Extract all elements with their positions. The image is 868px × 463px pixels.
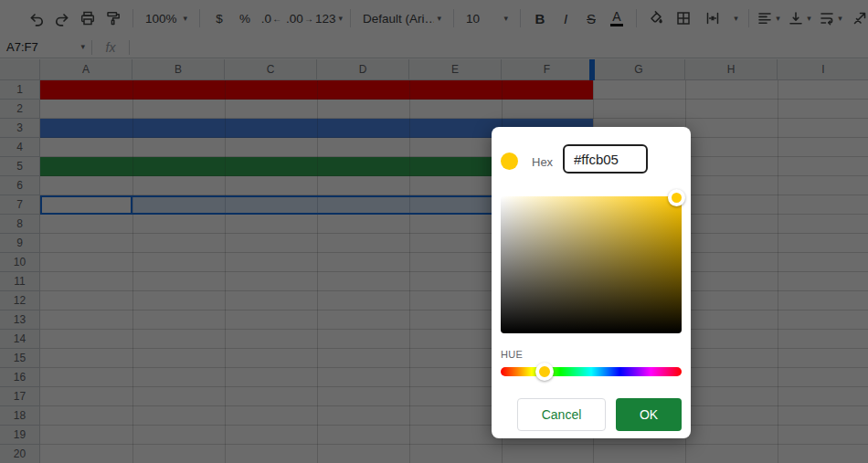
sv-handle[interactable] <box>668 189 685 206</box>
ok-button[interactable]: OK <box>616 398 682 431</box>
dialog-buttons: Cancel OK <box>492 398 682 431</box>
hex-label: Hex <box>532 155 553 169</box>
custom-color-dialog: Hex HUE Cancel OK <box>492 127 691 438</box>
saturation-value-panel[interactable] <box>501 196 682 333</box>
hex-input[interactable] <box>563 144 648 174</box>
google-sheets-window: 100% ▾ $ % .0← .00→ 123▾ Default (Ari… ▾… <box>0 0 868 463</box>
cancel-button[interactable]: Cancel <box>517 398 606 431</box>
color-preview-swatch <box>501 153 518 170</box>
hue-slider[interactable] <box>501 367 682 376</box>
hue-handle[interactable] <box>535 363 554 381</box>
modal-scrim <box>0 0 868 463</box>
hue-label: HUE <box>501 349 523 360</box>
